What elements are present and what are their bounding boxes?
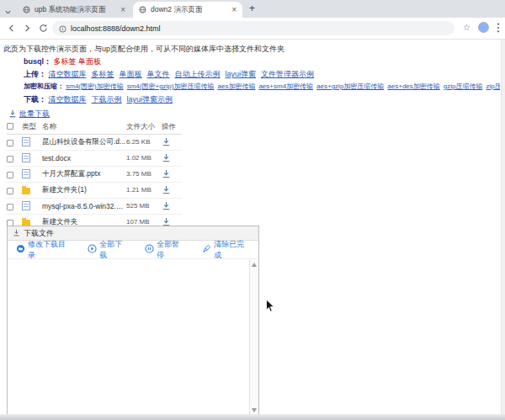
crypto-link[interactable]: aes+sm4加密传输 — [258, 82, 313, 90]
file-size: 525 MB — [126, 198, 162, 214]
tab-upb-demo[interactable]: upb 系统功能演示页面 × — [17, 2, 131, 18]
download-icon[interactable] — [162, 201, 171, 210]
select-all-checkbox[interactable] — [7, 123, 13, 130]
pause-all-button[interactable]: 全部暂停 — [145, 239, 185, 261]
crypto-link[interactable]: aes加密传输 — [217, 82, 255, 90]
download-icon[interactable] — [162, 137, 171, 146]
tab-down2-demo[interactable]: down2 演示页面 × — [133, 2, 242, 18]
doc-icon — [22, 137, 30, 146]
row-checkbox[interactable] — [7, 204, 13, 210]
forward-icon[interactable] — [23, 24, 32, 33]
download-icon — [8, 109, 17, 120]
file-name: 十月大屏配置.pptx — [42, 166, 126, 182]
tab-label: upb 系统功能演示页面 — [35, 5, 106, 15]
profile-avatar[interactable] — [478, 22, 489, 33]
crypto-link[interactable]: zip压缩传输 — [486, 82, 500, 90]
table-row: 十月大屏配置.pptx 3.75 MB — [7, 166, 182, 182]
download-icon[interactable] — [162, 153, 171, 162]
change-dir-button[interactable]: 修改下载目录 — [16, 239, 71, 261]
file-size: 1.21 MB — [126, 182, 162, 198]
crypto-link[interactable]: aes+des加密传输 — [387, 82, 439, 90]
table-row: 昆山科技设备有限公司.d... 6.25 KB — [7, 134, 182, 150]
play-circle-icon — [88, 244, 97, 255]
upload-link[interactable]: layui弹窗 — [226, 70, 257, 78]
file-name: 新建文件夹(1) — [42, 182, 126, 198]
tab-strip: upb 系统功能演示页面 × down2 演示页面 × + — [0, 0, 505, 18]
page-intro: 此页为下载控件演示页面，与up页配合使用，可从不同的媒体库中选择文件和文件夹 — [3, 44, 284, 55]
pause-circle-icon — [145, 244, 154, 255]
page-scrollbar[interactable] — [501, 40, 505, 414]
tab-label: down2 演示页面 — [151, 5, 202, 15]
download-icon[interactable] — [162, 185, 171, 194]
download-panel: 下载文件 修改下载目录 全部下载 全部暂停 — [7, 226, 259, 416]
file-size: 3.75 MB — [126, 166, 162, 182]
scroll-down-icon[interactable] — [252, 408, 257, 412]
upload-link[interactable]: 自动上传示例 — [175, 70, 221, 78]
file-name: 昆山科技设备有限公司.d... — [42, 134, 126, 150]
download-link[interactable]: layui弹窗示例 — [127, 95, 173, 104]
upload-link[interactable]: 多标签 — [92, 70, 114, 78]
broom-icon — [202, 244, 211, 255]
table-row: 新建文件夹(1) 1.21 MB — [7, 182, 182, 198]
download-link[interactable]: 清空数据库 — [49, 95, 87, 104]
reload-icon[interactable] — [39, 24, 48, 33]
info-icon[interactable] — [59, 21, 66, 36]
col-action: 操作 — [162, 120, 182, 134]
address-bar[interactable]: localhost:8888/down2.html — [52, 21, 454, 35]
clear-done-button[interactable]: 清除已完成 — [202, 239, 250, 261]
crypto-label: 加密和压缩： — [24, 82, 64, 90]
busql-label: busql： — [24, 57, 51, 66]
download-line: 下载： 清空数据库下载示例layui弹窗示例 — [24, 94, 178, 105]
download-all-button[interactable]: 全部下载 — [88, 239, 128, 261]
upload-link[interactable]: 文件管理器示例 — [261, 70, 314, 78]
close-icon[interactable]: × — [120, 6, 125, 14]
crypto-link[interactable]: aes+gzip加密压缩传输 — [316, 82, 384, 90]
url-text: localhost:8888/down2.html — [71, 24, 161, 33]
window-bottom-edge — [0, 414, 505, 420]
col-size: 文件大小 — [126, 120, 162, 134]
globe-icon — [23, 6, 30, 13]
file-table: 类型 名称 文件大小 操作 昆山科技设备有限公司.d... 6.25 KB — [7, 120, 182, 231]
file-name: mysql-pxa-8.5.0-win32.msi — [42, 198, 126, 214]
upload-line: 上传： 清空数据库多标签单面板单文件自动上传示例layui弹窗文件管理器示例 — [24, 69, 319, 80]
close-icon[interactable]: × — [231, 6, 237, 14]
upload-link[interactable]: 单文件 — [147, 70, 170, 78]
panel-title: 下载文件 — [24, 228, 54, 239]
download-icon[interactable] — [162, 169, 171, 178]
doc-icon — [22, 169, 30, 178]
busql-line: busql： 多标签 单面板 — [24, 56, 101, 67]
scroll-up-icon[interactable] — [252, 263, 257, 267]
file-size: 1.02 MB — [126, 150, 162, 166]
folder-settings-icon — [16, 244, 25, 255]
menu-icon[interactable] — [497, 23, 500, 33]
row-checkbox[interactable] — [7, 156, 13, 162]
download-label: 下载： — [24, 95, 46, 104]
download-queue-area — [8, 260, 258, 415]
crypto-link[interactable]: gzip压缩传输 — [444, 82, 483, 90]
doc-icon — [22, 201, 30, 210]
batch-download-button[interactable]: 批量下载 — [8, 109, 50, 120]
new-tab-button[interactable]: + — [249, 3, 255, 14]
download-icon — [13, 229, 20, 238]
row-checkbox[interactable] — [7, 172, 13, 178]
crypto-link[interactable]: sm4(国密+gzip)加密压缩传输 — [127, 82, 215, 90]
globe-icon — [139, 6, 146, 13]
crypto-link[interactable]: sm4(国密)加密传输 — [66, 82, 123, 90]
col-name: 名称 — [42, 120, 126, 134]
table-header-row: 类型 名称 文件大小 操作 — [7, 120, 182, 134]
file-name: test.docx — [42, 150, 126, 166]
back-icon[interactable] — [7, 24, 16, 33]
upload-link[interactable]: 单面板 — [120, 70, 142, 78]
upload-link[interactable]: 清空数据库 — [49, 70, 87, 78]
panel-toolbar: 修改下载目录 全部下载 全部暂停 清除已完成 — [8, 241, 258, 259]
doc-icon — [22, 153, 30, 162]
download-link[interactable]: 下载示例 — [92, 95, 122, 104]
col-type: 类型 — [22, 120, 42, 134]
row-checkbox[interactable] — [7, 188, 13, 194]
folder-icon — [22, 188, 30, 194]
browser-toolbar: localhost:8888/down2.html ☆ — [0, 18, 505, 40]
download-icon[interactable] — [162, 217, 171, 226]
bookmark-star-icon[interactable]: ☆ — [463, 23, 470, 32]
scrollbar[interactable] — [249, 260, 258, 415]
row-checkbox[interactable] — [7, 140, 13, 146]
